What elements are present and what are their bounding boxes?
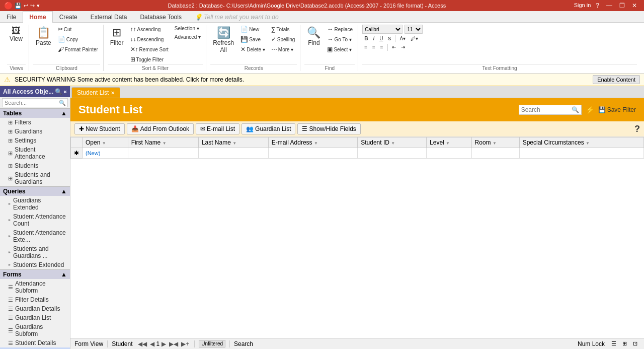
- nav-item-guardians[interactable]: ⊞ Guardians: [0, 127, 70, 136]
- align-right-button[interactable]: ≡: [378, 43, 385, 51]
- refresh-all-button[interactable]: 🔄 RefreshAll: [210, 25, 236, 55]
- datasheet-view-button[interactable]: ⊞: [620, 339, 629, 348]
- cell-student-id-new[interactable]: [358, 148, 427, 159]
- first-record-button[interactable]: ◀◀: [137, 340, 148, 347]
- indent-left-button[interactable]: ⇤: [390, 43, 398, 51]
- qat-redo[interactable]: ↪: [30, 3, 35, 9]
- nav-item-guardian-details[interactable]: ☰ Guardian Details: [0, 304, 70, 313]
- font-color-button[interactable]: A▾: [397, 35, 408, 42]
- cell-room-new[interactable]: [471, 148, 519, 159]
- col-last-name[interactable]: Last Name ▼: [198, 137, 268, 148]
- advanced-button[interactable]: Advanced ▾: [173, 33, 203, 41]
- nav-section-tables[interactable]: Tables ▲: [0, 108, 70, 118]
- ascending-button[interactable]: ↑↑ Ascending: [128, 25, 171, 34]
- nav-item-student-details[interactable]: ☰ Student Details: [0, 338, 70, 347]
- nav-item-attendance-subform[interactable]: ☰ Attendance Subform: [0, 279, 70, 295]
- cell-last-name-new[interactable]: [198, 148, 268, 159]
- last-record-button[interactable]: ▶◀: [168, 340, 179, 347]
- minimize-button[interactable]: —: [603, 2, 615, 9]
- strikethrough-button[interactable]: S̶: [386, 35, 393, 42]
- nav-search-input[interactable]: [3, 99, 57, 107]
- selection-button[interactable]: Selection ▾: [173, 25, 203, 32]
- save-record-button[interactable]: 💾 Save: [238, 35, 267, 44]
- font-size-select[interactable]: 11: [405, 25, 423, 34]
- more-button[interactable]: ⋯ More ▾: [269, 45, 297, 54]
- nav-item-guardians-subform[interactable]: ☰ Guardians Subform: [0, 322, 70, 338]
- paste-button[interactable]: 📋 Paste: [33, 25, 54, 48]
- col-first-name[interactable]: First Name ▼: [128, 137, 198, 148]
- add-from-outlook-button[interactable]: 📥 Add From Outlook: [127, 123, 194, 134]
- qat-save[interactable]: 💾: [15, 3, 22, 9]
- save-filter-button[interactable]: 💾 Save Filter: [598, 106, 636, 113]
- new-record-nav-button[interactable]: ▶+: [180, 340, 190, 347]
- sign-in-link[interactable]: Sign in: [574, 2, 591, 9]
- indent-right-button[interactable]: ⇥: [399, 43, 407, 51]
- underline-button[interactable]: U: [377, 35, 385, 42]
- font-select[interactable]: Calibri: [362, 25, 403, 34]
- cell-level-new[interactable]: [427, 148, 471, 159]
- tab-database-tools[interactable]: Database Tools: [133, 11, 188, 23]
- filter-toggle-button[interactable]: ⚡: [586, 106, 594, 114]
- tab-external-data[interactable]: External Data: [84, 11, 134, 23]
- form-view-button[interactable]: ☰: [609, 339, 619, 348]
- tab-home[interactable]: Home: [23, 11, 52, 23]
- col-room[interactable]: Room ▼: [471, 137, 519, 148]
- nav-item-filters[interactable]: ⊞ Filters: [0, 118, 70, 127]
- search-submit-button[interactable]: 🔍: [572, 106, 579, 113]
- totals-button[interactable]: ∑ Totals: [269, 25, 297, 34]
- highlight-button[interactable]: 🖊▾: [409, 35, 420, 42]
- nav-item-student-attendance-count[interactable]: ⁍ Student Attendance Count: [0, 212, 70, 228]
- replace-button[interactable]: ↔ Replace: [325, 25, 355, 34]
- tab-tell-me[interactable]: 💡 Tell me what you want to do: [188, 11, 285, 23]
- new-record-link[interactable]: (New): [86, 150, 100, 156]
- qat-undo[interactable]: ↩: [24, 3, 28, 9]
- italic-button[interactable]: I: [371, 35, 376, 42]
- toggle-filter-button[interactable]: ⊞ Toggle Filter: [128, 55, 171, 64]
- next-record-button[interactable]: ▶: [160, 340, 167, 347]
- col-email-address[interactable]: E-mail Address ▼: [268, 137, 357, 148]
- nav-collapse-icon[interactable]: «: [63, 88, 67, 95]
- cell-open-new[interactable]: (New): [83, 148, 128, 159]
- nav-item-guardians-extended[interactable]: ⁍ Guardians Extended: [0, 196, 70, 212]
- spelling-button[interactable]: ✓ Spelling: [269, 35, 297, 44]
- restore-button[interactable]: ❐: [616, 2, 628, 9]
- col-level[interactable]: Level ▼: [427, 137, 471, 148]
- descending-button[interactable]: ↓↓ Descending: [128, 35, 171, 44]
- nav-item-students-guardians-query[interactable]: ⁍ Students and Guardians ...: [0, 244, 70, 260]
- nav-item-students[interactable]: ⊞ Students: [0, 161, 70, 170]
- help-button[interactable]: ?: [634, 124, 640, 134]
- cell-first-name-new[interactable]: [128, 148, 198, 159]
- tab-create[interactable]: Create: [53, 11, 84, 23]
- nav-item-guardian-list[interactable]: ☰ Guardian List: [0, 313, 70, 322]
- nav-item-student-attendance[interactable]: ⊞ Student Attendance: [0, 145, 70, 161]
- delete-record-button[interactable]: ✕ Delete ▾: [238, 45, 267, 54]
- select-button[interactable]: ▣ Select ▾: [325, 45, 355, 54]
- new-record-button[interactable]: 📄 New: [238, 25, 267, 34]
- filter-button[interactable]: ⊞ Filter: [108, 25, 126, 48]
- search-input[interactable]: [521, 106, 572, 113]
- prev-record-button[interactable]: ◀: [149, 340, 155, 347]
- nav-item-filter-details[interactable]: ☰ Filter Details: [0, 295, 70, 304]
- format-painter-button[interactable]: 🖌 Format Painter: [56, 45, 100, 54]
- col-open[interactable]: Open ▼: [83, 137, 128, 148]
- align-left-button[interactable]: ≡: [362, 43, 369, 51]
- nav-item-students-guardians[interactable]: ⊞ Students and Guardians: [0, 170, 70, 186]
- remove-sort-button[interactable]: ✕↑ Remove Sort: [128, 45, 171, 54]
- nav-section-forms[interactable]: Forms ▲: [0, 269, 70, 279]
- goto-button[interactable]: → Go To ▾: [325, 35, 355, 44]
- copy-button[interactable]: 📄 Copy: [56, 35, 100, 44]
- col-student-id[interactable]: Student ID ▼: [358, 137, 427, 148]
- guardian-list-button[interactable]: 👥 Guardian List: [242, 123, 295, 134]
- nav-search-icon[interactable]: 🔍: [55, 88, 62, 95]
- nav-section-queries[interactable]: Queries ▲: [0, 186, 70, 196]
- show-hide-fields-button[interactable]: ☰ Show/Hide Fields: [297, 123, 360, 134]
- cell-email-new[interactable]: [268, 148, 357, 159]
- new-student-button[interactable]: ✚ New Student: [74, 123, 125, 134]
- tab-file[interactable]: File: [0, 11, 23, 23]
- find-button[interactable]: 🔍 Find: [304, 25, 323, 48]
- email-list-button[interactable]: ✉ E-mail List: [196, 123, 239, 134]
- enable-content-button[interactable]: Enable Content: [593, 75, 640, 84]
- nav-item-student-attendance-exte[interactable]: ⁍ Student Attendance Exte...: [0, 228, 70, 244]
- cut-button[interactable]: ✂ Cut: [56, 25, 100, 34]
- bold-button[interactable]: B: [362, 35, 370, 42]
